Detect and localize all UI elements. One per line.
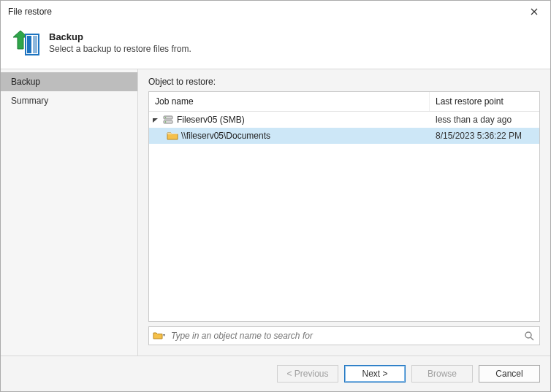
svg-rect-1 — [27, 36, 31, 53]
search-button[interactable] — [522, 331, 536, 341]
close-icon — [531, 8, 538, 15]
window-title: File restore — [8, 7, 518, 17]
close-button[interactable] — [518, 1, 550, 23]
object-to-restore-label: Object to restore: — [148, 77, 540, 87]
svg-rect-2 — [33, 36, 37, 53]
title-bar: File restore — [1, 1, 550, 23]
search-bar — [148, 326, 540, 345]
tree-row-label: Fileserv05 (SMB) — [177, 115, 245, 125]
tree-row-job[interactable]: Fileserv05 (SMB) less than a day ago — [149, 112, 539, 128]
tree-row-restore-point: less than a day ago — [430, 112, 539, 127]
sidebar-item-summary[interactable]: Summary — [1, 91, 137, 110]
folder-dropdown-icon[interactable] — [152, 331, 167, 341]
header-title: Backup — [49, 31, 191, 42]
column-header-last-restore-point[interactable]: Last restore point — [430, 92, 539, 111]
table-header: Job name Last restore point — [149, 92, 539, 112]
previous-button: < Previous — [277, 365, 338, 383]
caret-down-icon — [152, 117, 159, 123]
expand-toggle[interactable] — [151, 115, 159, 124]
header-subtitle: Select a backup to restore files from. — [49, 44, 191, 54]
sidebar-item-backup[interactable]: Backup — [1, 72, 137, 91]
svg-point-5 — [165, 117, 167, 118]
search-input[interactable] — [167, 331, 522, 341]
tree-row-share[interactable]: \\fileserv05\Documents 8/15/2023 5:36:22… — [149, 128, 539, 144]
svg-line-9 — [531, 337, 533, 340]
tree-row-restore-point: 8/15/2023 5:36:22 PM — [430, 128, 539, 143]
svg-point-8 — [525, 332, 531, 338]
backup-restore-icon — [11, 27, 40, 58]
sidebar-item-label: Summary — [11, 96, 48, 106]
svg-point-6 — [165, 121, 167, 123]
server-icon — [162, 114, 174, 126]
next-button[interactable]: Next > — [344, 365, 406, 383]
tree-row-label: \\fileserv05\Documents — [181, 131, 270, 141]
cancel-button[interactable]: Cancel — [479, 365, 540, 383]
column-header-job-name[interactable]: Job name — [149, 92, 430, 111]
svg-rect-7 — [167, 133, 178, 134]
sidebar-item-label: Backup — [11, 77, 40, 87]
wizard-steps-sidebar: Backup Summary — [1, 69, 138, 356]
browse-button: Browse — [411, 365, 473, 383]
wizard-footer: < Previous Next > Browse Cancel — [1, 356, 550, 391]
restore-tree: Job name Last restore point — [148, 91, 540, 322]
search-icon — [524, 331, 534, 341]
wizard-header: Backup Select a backup to restore files … — [1, 23, 550, 69]
folder-share-icon — [167, 130, 178, 142]
